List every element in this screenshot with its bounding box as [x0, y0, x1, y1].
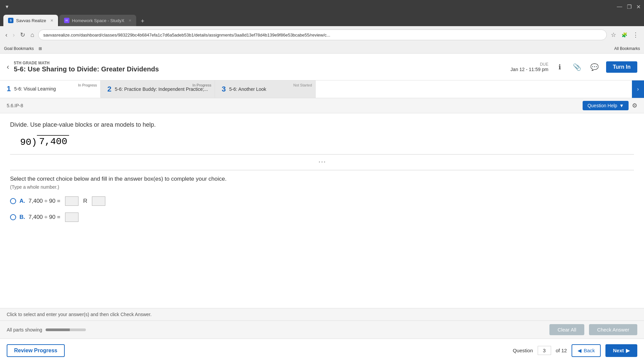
next-nav-label: Next	[613, 348, 624, 353]
main-content: 5.6.IP-8 Question Help ▼ ⚙ Divide. Use p…	[0, 98, 644, 339]
choice-b-letter: B.	[19, 214, 25, 221]
due-block: DUE Jan 12 - 11:59 pm	[511, 62, 548, 72]
question-nav: Question 3 of 12 ◀ Back Next ▶	[513, 344, 637, 357]
bookmark-all[interactable]: All Bookmarks	[614, 46, 640, 51]
question-help-label: Question Help	[587, 103, 617, 108]
refresh-btn[interactable]: ↻	[19, 30, 26, 40]
expand-handle[interactable]: • • •	[10, 160, 634, 165]
tab-nav-right-arrow[interactable]: ›	[632, 80, 644, 98]
check-answer-btn[interactable]: Check Answer	[589, 324, 637, 335]
choice-a-letter: A.	[19, 198, 25, 204]
tab-practice-buddy[interactable]: In Progress 2 5-6: Practice Buddy: Indep…	[101, 80, 215, 98]
question-label: Question	[513, 348, 533, 353]
forward-nav-icon[interactable]: ›	[11, 30, 16, 40]
tab-savvas-label: Savvas Realize	[16, 18, 46, 23]
tab-visual-learning[interactable]: In Progress 1 5-6: Visual Learning	[0, 80, 101, 98]
back-nav-icon[interactable]: ‹	[4, 30, 9, 40]
question-id: 5.6.IP-8	[7, 103, 23, 108]
progress-fill	[46, 328, 70, 331]
answer-box-b1[interactable]	[65, 213, 78, 222]
tab3-status: Not Started	[293, 83, 312, 87]
tab3-label: 5-6: Another Look	[229, 86, 266, 92]
question-number-box[interactable]: 3	[538, 346, 551, 355]
divider-line-2	[10, 170, 634, 170]
question-header: 5.6.IP-8 Question Help ▼ ⚙	[0, 98, 644, 113]
tab-studyx-label: Homework Space - StudyX	[72, 18, 124, 23]
select-prompt: Select the correct choice below and fill…	[10, 176, 634, 182]
chevron-down-icon: ▼	[619, 103, 624, 108]
parts-label: All parts showing	[7, 327, 86, 333]
divider-line	[10, 154, 634, 155]
app-footer: Review Progress Question 3 of 12 ◀ Back …	[0, 339, 644, 362]
due-date: Jan 12 - 11:59 pm	[511, 67, 548, 72]
menu-btn[interactable]: ⋮	[631, 30, 640, 40]
savvas-favicon: S	[8, 18, 13, 23]
choice-row-a: A. 7,400 ÷ 90 = R	[10, 196, 634, 206]
tab-another-look[interactable]: Not Started 3 5-6: Another Look	[215, 80, 316, 98]
tab-savvas[interactable]: S Savvas Realize ✕	[3, 15, 58, 26]
new-tab-btn[interactable]: +	[138, 16, 147, 26]
choice-row-b: B. 7,400 ÷ 90 =	[10, 213, 634, 222]
tab1-status: In Progress	[78, 83, 97, 87]
minimize-btn[interactable]: —	[617, 4, 622, 10]
divisor: 90)	[20, 137, 37, 147]
division-problem: 90) 7,400	[20, 135, 634, 147]
header-back-btn[interactable]: ‹	[7, 63, 9, 71]
turn-in-btn[interactable]: Turn In	[606, 61, 637, 73]
app-header: ‹ 5TH GRADE MATH 5-6: Use Sharing to Div…	[0, 54, 644, 80]
info-icon[interactable]: ℹ	[554, 61, 566, 73]
question-help-btn[interactable]: Question Help ▼	[583, 101, 629, 110]
url-bar[interactable]	[38, 29, 607, 40]
tab1-number: 1	[7, 84, 11, 93]
tab2-number: 2	[107, 85, 111, 94]
next-nav-btn[interactable]: Next ▶	[605, 344, 637, 357]
answer-box-a2[interactable]	[92, 196, 105, 206]
tab-navigation: In Progress 1 5-6: Visual Learning In Pr…	[0, 80, 644, 98]
back-nav-label: Back	[584, 348, 595, 353]
studyx-favicon: H	[64, 18, 69, 23]
answer-actions: All parts showing Clear All Check Answer	[0, 320, 644, 339]
progress-bar	[46, 328, 86, 331]
of-label: of 12	[556, 348, 567, 353]
tab1-label: 5-6: Visual Learning	[14, 86, 56, 92]
next-arrow-icon: ▶	[626, 348, 630, 354]
tab-studyx-close[interactable]: ✕	[128, 18, 131, 23]
dividend: 7,400	[37, 135, 69, 147]
comment-icon[interactable]: 💬	[589, 61, 601, 73]
header-title: 5-6: Use Sharing to Divide: Greater Divi…	[14, 65, 159, 73]
extensions-btn[interactable]: 🧩	[620, 31, 629, 39]
clear-all-btn[interactable]: Clear All	[549, 324, 584, 335]
radio-b[interactable]	[10, 214, 16, 220]
radio-a[interactable]	[10, 198, 16, 204]
back-arrow-icon: ◀	[578, 348, 582, 354]
tab3-number: 3	[222, 85, 226, 94]
profile-btn[interactable]: ▼	[3, 3, 11, 11]
home-btn[interactable]: ⌂	[29, 30, 36, 40]
question-prompt: Divide. Use place-value blocks or area m…	[10, 121, 634, 128]
close-btn[interactable]: ✕	[636, 4, 641, 10]
answer-box-a1[interactable]	[65, 196, 78, 206]
header-subtitle: 5TH GRADE MATH	[14, 61, 159, 65]
choice-b-text: 7,400 ÷ 90 =	[29, 214, 60, 221]
back-nav-btn[interactable]: ◀ Back	[572, 344, 601, 357]
review-progress-btn[interactable]: Review Progress	[7, 344, 65, 357]
gear-icon[interactable]: ⚙	[632, 102, 637, 109]
answer-hint: Click to select and enter your answer(s)…	[0, 308, 644, 320]
r-label: R	[83, 198, 87, 204]
due-label: DUE	[511, 62, 548, 67]
star-btn[interactable]: ☆	[609, 30, 618, 40]
bookmark-goal[interactable]: Goal Bookmarks	[4, 46, 34, 51]
tab-savvas-close[interactable]: ✕	[50, 18, 53, 23]
bookmark-grid[interactable]: ⊞	[39, 46, 42, 51]
tab2-status: In Progress	[193, 83, 211, 87]
question-body: Divide. Use place-value blocks or area m…	[0, 113, 644, 308]
tab-studyx[interactable]: H Homework Space - StudyX ✕	[59, 15, 136, 26]
attachment-icon[interactable]: 📎	[571, 61, 583, 73]
type-note: (Type a whole number.)	[10, 184, 634, 190]
choice-a-text: 7,400 ÷ 90 =	[29, 198, 60, 204]
maximize-btn[interactable]: ❐	[627, 4, 632, 10]
